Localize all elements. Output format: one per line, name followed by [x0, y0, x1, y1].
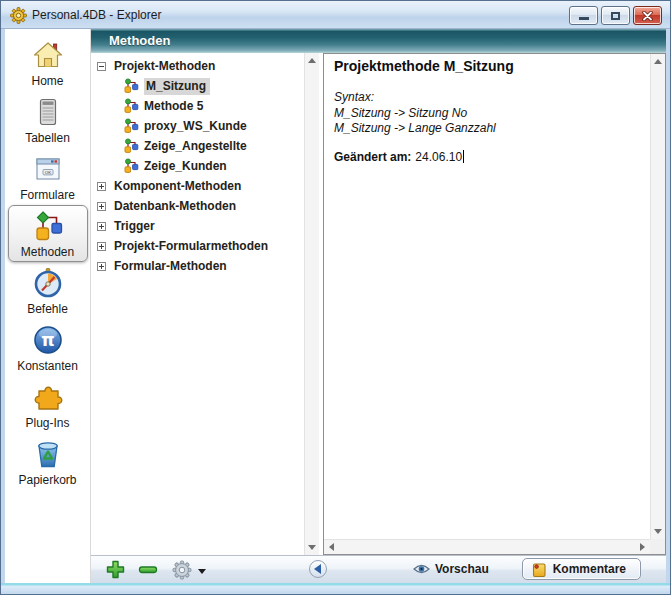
tree-group-label: Formular-Methoden: [114, 259, 227, 273]
detail-horizontal-scrollbar[interactable]: [324, 539, 650, 554]
sidebar-item-papierkorb[interactable]: Papierkorb: [8, 433, 88, 490]
tree-group-label: Trigger: [114, 219, 155, 233]
collapse-panel-button[interactable]: [309, 560, 327, 578]
pi-icon: π: [31, 323, 65, 357]
modified-label: Geändert am:: [334, 150, 411, 164]
close-icon: [642, 11, 653, 21]
tree-group-formular-methoden[interactable]: Formular-Methoden: [97, 256, 304, 276]
scroll-left-icon[interactable]: [329, 540, 334, 554]
add-method-button[interactable]: [106, 560, 125, 579]
method-icon: [123, 98, 139, 114]
detail-panel: Projektmethode M_Sitzung Syntax: M_Sitzu…: [323, 53, 666, 555]
method-icon: [123, 158, 139, 174]
tree-vertical-scrollbar[interactable]: [304, 53, 319, 555]
detail-vertical-scrollbar[interactable]: [650, 54, 665, 539]
expand-expander-icon[interactable]: [97, 262, 106, 271]
scroll-down-icon[interactable]: [305, 545, 319, 550]
sidebar-item-label: Konstanten: [17, 359, 78, 373]
syntax-line: M_Sitzung -> Lange Ganzzahl: [334, 121, 640, 137]
home-icon: [31, 38, 65, 72]
kommentare-label: Kommentare: [553, 562, 626, 576]
chevron-left-icon: [314, 564, 321, 574]
middle-region: Projekt-Methoden M_Sitzung Methode 5 pro…: [91, 53, 666, 555]
tree-item-zeige-angestellte[interactable]: Zeige_Angestellte: [97, 136, 304, 156]
compass-icon: [31, 266, 65, 300]
vorschau-toggle[interactable]: Vorschau: [413, 562, 489, 576]
recycle-bin-icon: [31, 437, 65, 471]
tree-group-komponent-methoden[interactable]: Komponent-Methoden: [97, 176, 304, 196]
expand-expander-icon[interactable]: [97, 222, 106, 231]
tree-item-label: Zeige_Angestellte: [144, 139, 247, 153]
tree-group-trigger[interactable]: Trigger: [97, 216, 304, 236]
options-gear-button[interactable]: [171, 560, 206, 580]
tree-group-projekt-methoden[interactable]: Projekt-Methoden: [97, 56, 304, 76]
maximize-button[interactable]: [601, 6, 630, 25]
bottom-toolbar: Vorschau Kommentare: [91, 555, 666, 583]
expand-expander-icon[interactable]: [97, 242, 106, 251]
app-gear-icon: [10, 7, 27, 24]
sidebar-item-home[interactable]: Home: [8, 34, 88, 91]
svg-text:OK: OK: [44, 169, 50, 174]
method-icon: [123, 118, 139, 134]
window-content: Home Tabellen: [5, 29, 666, 583]
svg-text:π: π: [41, 330, 54, 350]
tree-item-label: Zeige_Kunden: [144, 159, 227, 173]
sidebar-item-konstanten[interactable]: π Konstanten: [8, 319, 88, 376]
sidebar-item-label: Tabellen: [25, 131, 70, 145]
window-bottom-frame: [1, 583, 670, 594]
tree-item-zeige-kunden[interactable]: Zeige_Kunden: [97, 156, 304, 176]
sidebar-item-formulare[interactable]: OK Formulare: [8, 148, 88, 205]
expand-expander-icon[interactable]: [97, 182, 106, 191]
plus-icon: [106, 560, 125, 579]
tree-item-methode-5[interactable]: Methode 5: [97, 96, 304, 116]
modified-value: 24.06.10: [415, 150, 462, 164]
sidebar-item-label: Papierkorb: [18, 473, 76, 487]
delete-method-button[interactable]: [138, 560, 158, 579]
tree-item-proxy-ws-kunde[interactable]: proxy_WS_Kunde: [97, 116, 304, 136]
method-icon: [123, 78, 139, 94]
scroll-up-icon[interactable]: [305, 58, 319, 63]
tree-item-m-sitzung[interactable]: M_Sitzung: [97, 76, 304, 96]
chevron-down-icon: [198, 569, 206, 574]
tree-group-label: Datenbank-Methoden: [114, 199, 236, 213]
main-area: Methoden Projekt-Methoden M_Sitzung: [91, 29, 666, 583]
note-icon: [531, 561, 547, 578]
close-button[interactable]: [633, 6, 662, 25]
scrollbar-corner: [650, 539, 665, 554]
panel-title: Methoden: [109, 33, 170, 48]
comment-editor[interactable]: Projektmethode M_Sitzung Syntax: M_Sitzu…: [324, 54, 650, 539]
window-title: Personal.4DB - Explorer: [32, 8, 161, 22]
modified-line: Geändert am:24.06.10: [334, 150, 640, 164]
scroll-down-icon[interactable]: [651, 529, 665, 534]
tree-item-label: M_Sitzung: [144, 78, 210, 95]
expand-expander-icon[interactable]: [97, 202, 106, 211]
sidebar-item-plugins[interactable]: Plug-Ins: [8, 376, 88, 433]
tree-item-label: Methode 5: [144, 99, 203, 113]
tables-icon: [31, 95, 65, 129]
sidebar: Home Tabellen: [5, 29, 91, 583]
detail-title: Projektmethode M_Sitzung: [334, 58, 640, 74]
scroll-up-icon[interactable]: [651, 59, 665, 64]
title-bar[interactable]: Personal.4DB - Explorer: [1, 1, 670, 29]
tree-group-datenbank-methoden[interactable]: Datenbank-Methoden: [97, 196, 304, 216]
maximize-icon: [611, 12, 620, 20]
sidebar-item-label: Plug-Ins: [25, 416, 69, 430]
explorer-window: Personal.4DB - Explorer: [0, 0, 671, 595]
sidebar-item-befehle[interactable]: Befehle: [8, 262, 88, 319]
sidebar-item-methoden[interactable]: Methoden: [8, 205, 88, 262]
method-flowchart-icon: [31, 209, 65, 243]
puzzle-icon: [31, 380, 65, 414]
eye-icon: [413, 563, 430, 575]
sidebar-item-tabellen[interactable]: Tabellen: [8, 91, 88, 148]
tree-group-label: Komponent-Methoden: [114, 179, 241, 193]
minus-icon: [138, 560, 158, 579]
sidebar-item-label: Formulare: [20, 188, 75, 202]
kommentare-button[interactable]: Kommentare: [522, 558, 641, 580]
scroll-right-icon[interactable]: [640, 540, 645, 554]
window-controls: [569, 6, 662, 25]
vorschau-label: Vorschau: [435, 562, 489, 576]
tree-group-projekt-formularmethoden[interactable]: Projekt-Formularmethoden: [97, 236, 304, 256]
collapse-expander-icon[interactable]: [97, 62, 106, 71]
panel-header: Methoden: [91, 29, 666, 53]
minimize-button[interactable]: [569, 6, 598, 25]
